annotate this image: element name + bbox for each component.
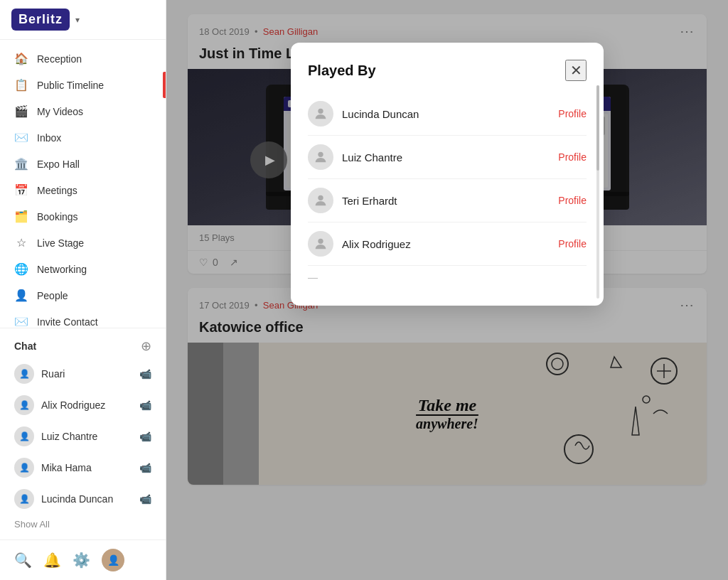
sidebar-item-label: Inbox <box>37 132 61 144</box>
user-name: Lucinda Duncan <box>342 108 550 120</box>
sidebar-item-reception[interactable]: 🏠 Reception <box>0 45 166 72</box>
profile-link[interactable]: Profile <box>558 238 587 249</box>
show-all-chat[interactable]: Show All <box>0 515 166 534</box>
user-avatar-icon <box>308 101 333 127</box>
sidebar-item-invite-contact[interactable]: ✉️ Invite Contact <box>0 308 166 328</box>
chat-user-name: Luiz Chantre <box>41 431 97 442</box>
chat-item-lucinda[interactable]: 👤 Lucinda Duncan 📹 <box>0 483 166 515</box>
search-icon[interactable]: 🔍 <box>14 552 32 569</box>
sidebar-item-bookings[interactable]: 🗂️ Bookings <box>0 203 166 230</box>
sidebar-item-label: Invite Contact <box>37 316 98 328</box>
sidebar-header: Berlitz ▾ <box>0 0 166 40</box>
sidebar-item-expo-hall[interactable]: 🏛️ Expo Hall <box>0 151 166 177</box>
sidebar-item-public-timeline[interactable]: 📋 Public Timeline <box>0 72 166 98</box>
chat-user-name: Alix Rodriguez <box>41 399 105 411</box>
video-call-icon[interactable]: 📹 <box>139 462 151 473</box>
svg-point-5 <box>318 109 323 114</box>
sidebar-item-label: Networking <box>37 264 87 275</box>
video-call-icon[interactable]: 📹 <box>139 493 151 505</box>
chat-section: Chat ⊕ 👤 Ruari 📹 👤 Alix Rodriguez 📹 👤 Lu… <box>0 328 166 539</box>
globe-icon: 🌐 <box>14 262 28 276</box>
sidebar-item-inbox[interactable]: ✉️ Inbox <box>0 124 166 151</box>
chat-item-luiz[interactable]: 👤 Luiz Chantre 📹 <box>0 421 166 452</box>
main-content: 18 Oct 2019 • Sean Gilligan ⋯ Just in Ti… <box>166 0 728 580</box>
berlitz-logo[interactable]: Berlitz <box>11 9 70 31</box>
sidebar-item-label: My Videos <box>37 106 83 117</box>
active-indicator <box>163 72 166 98</box>
sidebar: Berlitz ▾ 🏠 Reception 📋 Public Timeline … <box>0 0 166 580</box>
list-icon: 📋 <box>14 78 28 92</box>
modal-user-row: Alix Rodriguez Profile <box>308 222 587 266</box>
svg-point-8 <box>318 239 323 244</box>
chat-user-name: Mika Hama <box>41 462 92 473</box>
sidebar-item-label: Expo Hall <box>37 159 80 170</box>
sidebar-item-label: People <box>37 290 68 301</box>
chat-title: Chat <box>14 340 36 352</box>
user-name: Luiz Chantre <box>342 151 550 163</box>
avatar: 👤 <box>14 395 34 415</box>
chat-item-ruari[interactable]: 👤 Ruari 📹 <box>0 358 166 390</box>
user-avatar[interactable]: 👤 <box>102 549 124 571</box>
chat-item-alix[interactable]: 👤 Alix Rodriguez 📹 <box>0 390 166 421</box>
chat-user-name: Lucinda Duncan <box>41 493 113 505</box>
bell-icon[interactable]: 🔔 <box>43 552 61 569</box>
sidebar-item-networking[interactable]: 🌐 Networking <box>0 256 166 282</box>
user-avatar-icon <box>308 188 333 213</box>
modal-user-row: Luiz Chantre Profile <box>308 136 587 179</box>
sidebar-nav: 🏠 Reception 📋 Public Timeline 🎬 My Video… <box>0 40 166 328</box>
gear-icon[interactable]: ⚙️ <box>73 552 90 569</box>
invite-icon: ✉️ <box>14 315 28 328</box>
modal-user-row: Lucinda Duncan Profile <box>308 92 587 136</box>
sidebar-item-label: Meetings <box>37 185 77 196</box>
profile-link[interactable]: Profile <box>558 108 587 119</box>
sidebar-item-label: Reception <box>37 53 82 65</box>
inbox-icon: ✉️ <box>14 131 28 144</box>
avatar: 👤 <box>14 489 34 509</box>
modal-close-button[interactable]: ✕ <box>565 60 587 81</box>
people-icon: 👤 <box>14 289 28 302</box>
modal-user-list: Lucinda Duncan Profile Luiz Chantre Prof… <box>308 92 587 289</box>
avatar: 👤 <box>14 458 34 478</box>
sidebar-footer: 🔍 🔔 ⚙️ 👤 <box>0 539 166 580</box>
profile-link[interactable]: Profile <box>558 195 587 206</box>
svg-point-6 <box>318 152 323 157</box>
sidebar-item-my-videos[interactable]: 🎬 My Videos <box>0 98 166 124</box>
avatar: 👤 <box>14 364 34 384</box>
video-call-icon[interactable]: 📹 <box>139 399 151 411</box>
user-name: Alix Rodriguez <box>342 238 550 250</box>
user-name: Teri Erhardt <box>342 195 550 207</box>
add-chat-button[interactable]: ⊕ <box>141 338 151 354</box>
video-call-icon[interactable]: 📹 <box>139 431 151 442</box>
modal-title: Played By <box>308 63 376 79</box>
played-by-modal: Played By ✕ Lucinda Duncan Profile <box>291 43 604 306</box>
user-avatar-icon <box>308 231 333 257</box>
modal-overlay[interactable]: Played By ✕ Lucinda Duncan Profile <box>166 0 728 580</box>
video-icon: 🎬 <box>14 104 28 118</box>
chat-user-name: Ruari <box>41 368 65 380</box>
expo-icon: 🏛️ <box>14 157 28 171</box>
chat-header: Chat ⊕ <box>0 334 166 358</box>
modal-scrollbar[interactable] <box>596 85 599 299</box>
bookings-icon: 🗂️ <box>14 210 28 223</box>
profile-link[interactable]: Profile <box>558 151 587 163</box>
sidebar-item-meetings[interactable]: 📅 Meetings <box>0 177 166 203</box>
scrollbar-thumb <box>596 85 599 171</box>
home-icon: 🏠 <box>14 52 28 65</box>
chevron-down-icon[interactable]: ▾ <box>75 15 80 25</box>
user-avatar-icon <box>308 144 333 170</box>
calendar-icon: 📅 <box>14 183 28 197</box>
sidebar-item-live-stage[interactable]: ☆ Live Stage <box>0 230 166 256</box>
more-users-indicator: — <box>308 266 587 289</box>
star-icon: ☆ <box>14 236 28 249</box>
avatar: 👤 <box>14 426 34 446</box>
sidebar-item-people[interactable]: 👤 People <box>0 282 166 308</box>
modal-header: Played By ✕ <box>308 60 587 81</box>
sidebar-item-label: Bookings <box>37 211 78 222</box>
chat-item-mika[interactable]: 👤 Mika Hama 📹 <box>0 452 166 483</box>
svg-point-7 <box>318 195 323 200</box>
sidebar-item-label: Live Stage <box>37 237 84 249</box>
video-call-icon[interactable]: 📹 <box>139 368 151 380</box>
modal-user-row: Teri Erhardt Profile <box>308 179 587 222</box>
sidebar-item-label: Public Timeline <box>37 80 104 91</box>
